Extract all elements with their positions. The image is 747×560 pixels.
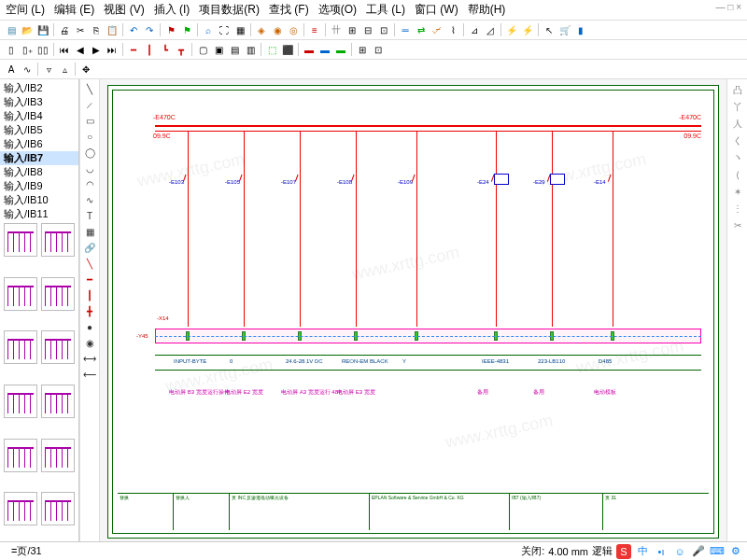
menu-item[interactable]: 视图 (V) — [104, 2, 144, 18]
symbol-icon[interactable]: 卄 — [329, 22, 344, 37]
ime-emoji-icon[interactable]: ☺ — [672, 544, 687, 559]
text-tool-icon[interactable]: T — [82, 208, 97, 223]
thumbnail[interactable] — [41, 223, 75, 257]
dim-icon[interactable]: ⊿ — [467, 22, 482, 37]
page-thumbnails[interactable] — [0, 219, 78, 546]
menu-item[interactable]: 插入 (I) — [154, 2, 190, 18]
insert-symbol4-icon[interactable]: く — [730, 133, 745, 148]
insert-symbol9-icon[interactable]: ✂ — [730, 217, 745, 232]
layer3-icon[interactable]: ◎ — [286, 22, 301, 37]
symbol4-icon[interactable]: ⊡ — [376, 22, 391, 37]
insert-symbol-icon[interactable]: 凸 — [730, 83, 745, 98]
page-tree[interactable]: 输入/IB2 输入/IB3 输入/IB4 输入/IB5 输入/IB6 输入/IB… — [0, 79, 78, 219]
menu-item[interactable]: 帮助(H) — [468, 2, 506, 18]
wire-h-tool-icon[interactable]: ━ — [82, 272, 97, 287]
schematic-canvas[interactable]: www.xrttg.com www.xrttg.com www.xrttg.co… — [107, 85, 719, 539]
insert-symbol3-icon[interactable]: 人 — [730, 117, 745, 132]
text-icon[interactable]: A — [4, 62, 19, 77]
menu-item[interactable]: 项目数据(R) — [199, 2, 260, 18]
wire-tool-icon[interactable]: ╲ — [82, 256, 97, 271]
nav-prev-icon[interactable]: ◀ — [73, 42, 88, 57]
tree-item[interactable]: 输入/IB5 — [0, 123, 78, 137]
tree-item[interactable]: 输入/IB11 — [0, 207, 78, 219]
box4-icon[interactable]: ▥ — [243, 42, 258, 57]
ime-lang-icon[interactable]: 中 — [635, 544, 650, 559]
tree-item[interactable]: 输入/IB10 — [0, 193, 78, 207]
thumbnail[interactable] — [4, 223, 37, 257]
thumbnail[interactable] — [4, 492, 37, 525]
page-copy-icon[interactable]: ▯▯ — [35, 42, 50, 57]
plc2-icon[interactable]: ⊡ — [371, 42, 386, 57]
insert-symbol7-icon[interactable]: ✶ — [730, 184, 745, 199]
nav-first-icon[interactable]: ⏮ — [57, 42, 72, 57]
image-icon[interactable]: ▦ — [82, 224, 97, 239]
thumbnail[interactable] — [4, 277, 37, 311]
grid-icon[interactable]: ▦ — [233, 22, 247, 37]
open-icon[interactable]: 📂 — [20, 22, 35, 37]
select2-icon[interactable]: ▵ — [57, 62, 72, 77]
copy-icon[interactable]: ⎘ — [89, 22, 104, 37]
thumbnail[interactable] — [41, 330, 75, 364]
node2-icon[interactable]: ◉ — [82, 335, 97, 350]
page-new-icon[interactable]: ▯₊ — [20, 42, 35, 57]
tree-item[interactable]: 输入/IB6 — [0, 137, 78, 151]
device2-icon[interactable]: ▬ — [317, 42, 332, 57]
thumbnail[interactable] — [4, 385, 37, 418]
ime-mic-icon[interactable]: 🎤 — [691, 544, 706, 559]
flag-green-icon[interactable]: ⚑ — [179, 22, 194, 37]
ime-punct-icon[interactable]: •ı — [654, 544, 669, 559]
spline-icon[interactable]: ∿ — [82, 192, 97, 207]
menu-item[interactable]: 查找 (F) — [269, 2, 309, 18]
canvas-area[interactable]: www.xrttg.com www.xrttg.com www.xrttg.co… — [100, 79, 726, 546]
chart-icon[interactable]: ▮ — [573, 22, 588, 37]
nav-last-icon[interactable]: ⏭ — [105, 42, 120, 57]
wire-t-icon[interactable]: ┳ — [174, 42, 189, 57]
filter-icon[interactable]: ⚡ — [504, 22, 519, 37]
insert-symbol2-icon[interactable]: 丫 — [730, 100, 745, 115]
conn3-icon[interactable]: ⍻ — [430, 22, 444, 37]
cut-icon[interactable]: ✂ — [73, 22, 88, 37]
wire-cross-tool-icon[interactable]: ╋ — [82, 303, 97, 318]
macro2-icon[interactable]: ⬛ — [280, 42, 295, 57]
wire-corner-icon[interactable]: ┗ — [158, 42, 173, 57]
device3-icon[interactable]: ▬ — [333, 42, 348, 57]
nav-next-icon[interactable]: ▶ — [89, 42, 104, 57]
select-icon[interactable]: ▿ — [41, 62, 56, 77]
zoom-window-icon[interactable]: ⌕ — [201, 22, 216, 37]
box-icon[interactable]: ▢ — [195, 42, 210, 57]
ime-sogou-icon[interactable]: S — [616, 544, 631, 559]
conn4-icon[interactable]: ⌇ — [445, 22, 460, 37]
wire-v-tool-icon[interactable]: ┃ — [82, 287, 97, 302]
menu-item[interactable]: 窗口 (W) — [415, 2, 458, 18]
draw-icon[interactable]: ∿ — [20, 62, 35, 77]
tree-item[interactable]: 输入/IB8 — [0, 165, 78, 179]
arc-icon[interactable]: ◡ — [82, 161, 97, 175]
filter2-icon[interactable]: ⚡ — [520, 22, 535, 37]
thumbnail[interactable] — [41, 277, 75, 311]
zoom-extents-icon[interactable]: ⛶ — [217, 22, 232, 37]
tree-item[interactable]: 输入/IB4 — [0, 109, 78, 123]
redo-icon[interactable]: ↷ — [142, 22, 157, 37]
flag-red-icon[interactable]: ⚑ — [163, 22, 178, 37]
thumbnail[interactable] — [4, 330, 37, 364]
conn2-icon[interactable]: ⇄ — [414, 22, 429, 37]
dim2-tool-icon[interactable]: ⟵ — [82, 367, 97, 382]
paste-icon[interactable]: 📋 — [105, 22, 120, 37]
wire-h-icon[interactable]: ━ — [126, 42, 141, 57]
conn-icon[interactable]: ═ — [398, 22, 413, 37]
ime-settings-icon[interactable]: ⚙ — [728, 544, 743, 559]
menu-item[interactable]: 工具 (L) — [366, 2, 405, 18]
tree-item[interactable]: 输入/IB9 — [0, 179, 78, 193]
align-icon[interactable]: ≡ — [307, 22, 322, 37]
dim-tool-icon[interactable]: ⟷ — [82, 351, 97, 366]
tree-item-selected[interactable]: 输入/IB7 — [0, 151, 78, 165]
symbol2-icon[interactable]: ⊞ — [345, 22, 359, 37]
thumbnail[interactable] — [4, 439, 37, 472]
layer-icon[interactable]: ◈ — [254, 22, 269, 37]
new-icon[interactable]: ▤ — [4, 22, 19, 37]
layer2-icon[interactable]: ◉ — [270, 22, 285, 37]
menu-item[interactable]: 编辑 (E) — [54, 2, 94, 18]
link-icon[interactable]: 🔗 — [82, 240, 97, 255]
pointer-icon[interactable]: ↖ — [542, 22, 557, 37]
symbol3-icon[interactable]: ⊟ — [360, 22, 375, 37]
